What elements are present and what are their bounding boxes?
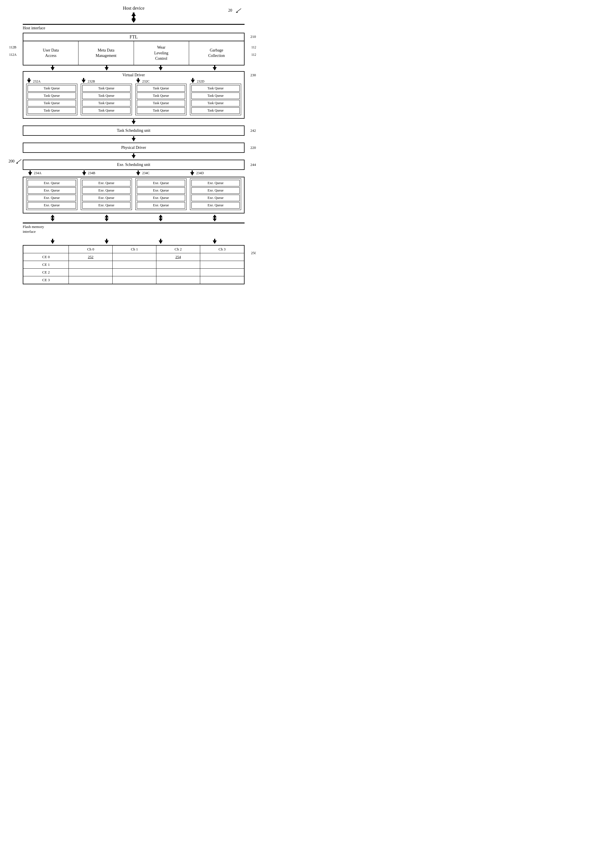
svg-rect-24 [138, 78, 139, 80]
task-group-c: Task Queue Task Queue Task Queue Task Qu… [135, 84, 186, 115]
ts-ref: 242 [250, 128, 256, 133]
bidir-arrow-3 [158, 214, 164, 222]
tq-a-3: Task Queue [27, 100, 76, 106]
cell-ce3-ch1 [113, 276, 156, 284]
task-group-labels-row: 232A 232B 232C 232D [26, 78, 241, 84]
tg-label-232c: 232C [135, 78, 186, 84]
vd-ref: 230 [250, 73, 256, 78]
exe-queue-groups: Exe. Queue Exe. Queue Exe. Queue Exe. Qu… [26, 178, 241, 210]
cell-ce0-ch1 [113, 253, 156, 261]
exe-group-c: Exe. Queue Exe. Queue Exe. Queue Exe. Qu… [135, 178, 186, 210]
col-header-empty [23, 245, 69, 253]
svg-marker-49 [159, 219, 163, 221]
tq-d-4: Task Queue [191, 107, 240, 114]
eq-a-2: Exe. Queue [27, 187, 76, 194]
virtual-driver-section: Virtual Driver 230 232A 232B 232C 232D [23, 71, 245, 119]
memory-table-wrapper: 250 Ch 0 Ch 1 Ch 2 Ch 3 CE 0 252 254 [23, 245, 245, 284]
pd-to-es-arrow [23, 154, 245, 159]
tq-d-2: Task Queue [191, 93, 240, 99]
row-label-ce0: CE 0 [23, 253, 69, 261]
table-row-ce0: CE 0 252 254 [23, 253, 244, 261]
exe-scheduling-box: Exe. Scheduling unit 244 [23, 160, 245, 170]
tq-c-1: Task Queue [137, 85, 185, 92]
col-header-ch2: Ch 2 [156, 245, 200, 253]
exe-group-a: Exe. Queue Exe. Queue Exe. Queue Exe. Qu… [26, 178, 77, 210]
tq-a-1: Task Queue [27, 85, 76, 92]
cell-ce1-ch3 [200, 261, 244, 268]
host-interface-label: Host interface [23, 26, 245, 30]
bidir-arrow-4 [212, 214, 218, 222]
cell-ce2-ch2 [156, 268, 200, 276]
eq-c-4: Exe. Queue [137, 202, 185, 208]
svg-rect-20 [29, 78, 30, 80]
svg-rect-36 [83, 170, 85, 173]
ftl-refs-left: 112B 112A [9, 44, 17, 59]
svg-rect-60 [214, 239, 215, 241]
svg-rect-38 [138, 170, 139, 173]
ftl-title: FTL [23, 33, 244, 41]
svg-marker-10 [131, 19, 136, 23]
tg-label-232b: 232B [81, 78, 132, 84]
eq-b-3: Exe. Queue [82, 195, 130, 201]
eq-d-4: Exe. Queue [191, 202, 240, 208]
svg-marker-43 [51, 219, 55, 221]
host-interface-area: Host interface [23, 24, 245, 30]
tg-label-232a: 232A [26, 78, 77, 84]
tq-a-4: Task Queue [27, 107, 76, 114]
task-group-b: Task Queue Task Queue Task Queue Task Qu… [81, 84, 132, 115]
bidir-arrow-1 [50, 214, 55, 222]
svg-marker-52 [213, 219, 217, 221]
exe-queues-section: Exe. Queue Exe. Queue Exe. Queue Exe. Qu… [23, 177, 245, 213]
col-header-ch3: Ch 3 [200, 245, 244, 253]
svg-rect-28 [133, 119, 134, 122]
host-bidirectional-arrow [129, 12, 139, 23]
svg-marker-46 [105, 219, 109, 221]
eq-to-flash-arrows [23, 214, 245, 222]
cell-ce1-ch0 [69, 261, 113, 268]
table-row-ce3: CE 3 [23, 276, 244, 284]
svg-rect-40 [192, 170, 193, 173]
eq-d-3: Exe. Queue [191, 195, 240, 201]
flash-interface-area: Flash memoryinterface [23, 222, 245, 234]
ftl-refs-right: 112C 112D [252, 44, 256, 59]
svg-rect-26 [192, 78, 193, 80]
eq-d-2: Exe. Queue [191, 187, 240, 194]
tq-c-3: Task Queue [137, 100, 185, 106]
cell-ce2-ch0 [69, 268, 113, 276]
flash-interface-label: Flash memoryinterface [23, 225, 245, 234]
bidir-arrow-2 [104, 214, 109, 222]
cell-ce1-ch2 [156, 261, 200, 268]
diagram-container: 20 Host device [23, 6, 245, 284]
svg-rect-18 [214, 65, 215, 68]
tg-label-232d: 232D [190, 78, 241, 84]
cell-ce2-ch3 [200, 268, 244, 276]
svg-rect-58 [160, 239, 161, 241]
task-group-a: Task Queue Task Queue Task Queue Task Qu… [26, 84, 77, 115]
row-label-ce1: CE 1 [23, 261, 69, 268]
virtual-driver-label: Virtual Driver [26, 73, 241, 78]
memory-table: Ch 0 Ch 1 Ch 2 Ch 3 CE 0 252 254 CE 1 [23, 245, 245, 284]
eq-a-3: Exe. Queue [27, 195, 76, 201]
tq-c-4: Task Queue [137, 107, 185, 114]
flash-to-table-arrows [23, 239, 245, 245]
eq-d-1: Exe. Queue [191, 180, 240, 186]
eq-c-1: Exe. Queue [137, 180, 185, 186]
row-label-ce2: CE 2 [23, 268, 69, 276]
svg-rect-34 [30, 170, 31, 173]
ftl-module-garbage-collection: GarbageCollection [189, 41, 244, 65]
eq-a-1: Exe. Queue [27, 180, 76, 186]
tq-c-2: Task Queue [137, 93, 185, 99]
tq-b-2: Task Queue [82, 93, 130, 99]
eq-c-2: Exe. Queue [137, 187, 185, 194]
cell-ce1-ch1 [113, 261, 156, 268]
ftl-module-meta-data: Meta DataManagement [79, 41, 134, 65]
physical-driver-box: Physical Driver 220 [23, 143, 245, 153]
task-queue-groups: Task Queue Task Queue Task Queue Task Qu… [26, 84, 241, 115]
tq-a-2: Task Queue [27, 93, 76, 99]
svg-rect-14 [106, 65, 107, 68]
eq-b-1: Exe. Queue [82, 180, 130, 186]
col-header-ch0: Ch 0 [69, 245, 113, 253]
ftl-module-wear-leveling: WearLevelingControl [134, 41, 189, 65]
pd-ref: 220 [250, 146, 256, 150]
table-row-ce1: CE 1 [23, 261, 244, 268]
